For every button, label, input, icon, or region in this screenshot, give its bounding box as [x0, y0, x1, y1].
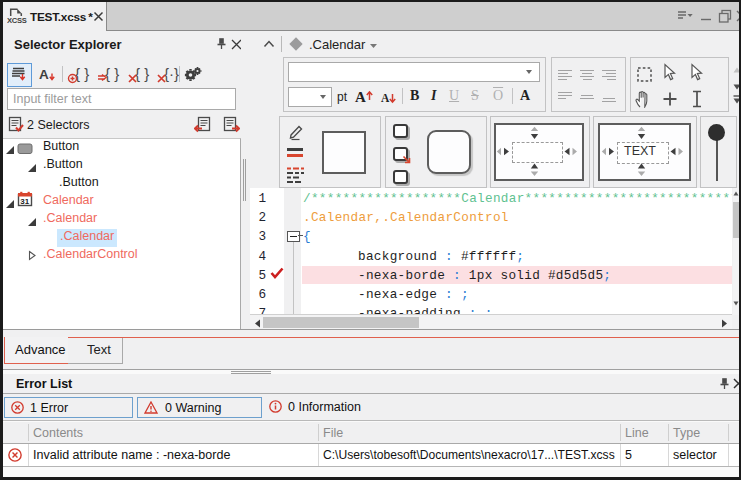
svg-text:{ }: { }: [135, 65, 149, 82]
svg-text:XCSS: XCSS: [7, 16, 27, 25]
svg-text:A: A: [355, 89, 366, 105]
svg-text:A: A: [39, 67, 49, 82]
svg-text:{ }: { }: [75, 65, 89, 82]
svg-text:{ }: { }: [105, 65, 119, 82]
svg-text:31: 31: [20, 197, 29, 206]
svg-text:{·}: {·}: [164, 65, 179, 82]
svg-text:A: A: [381, 92, 390, 104]
